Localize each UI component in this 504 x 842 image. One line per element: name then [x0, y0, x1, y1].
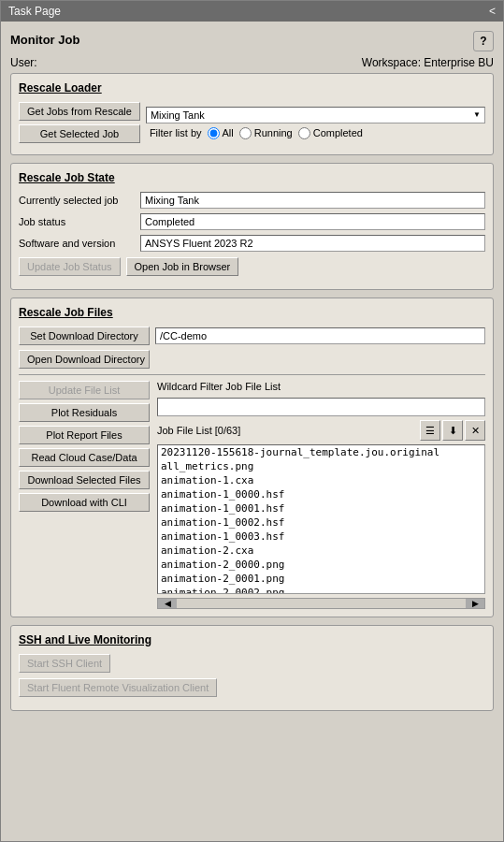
- list-item[interactable]: animation-2_0000.png: [158, 558, 484, 572]
- job-status-value: Completed: [140, 213, 485, 230]
- select-all-icon[interactable]: ☰: [420, 420, 440, 441]
- rescale-job-state-title: Rescale Job State: [19, 171, 485, 184]
- currently-selected-row: Currently selected job Mixing Tank: [19, 192, 485, 209]
- ssh-buttons-row: Start SSH Client: [19, 654, 485, 673]
- open-job-browser-button[interactable]: Open Job in Browser: [126, 257, 239, 276]
- window-title: Task Page: [8, 5, 61, 18]
- open-download-dir-row: Open Download Directory: [19, 350, 485, 369]
- get-selected-job-button[interactable]: Get Selected Job: [19, 124, 140, 143]
- scroll-right-icon[interactable]: ▶: [466, 599, 484, 608]
- software-label: Software and version: [19, 238, 140, 249]
- download-dir-row: Set Download Directory /CC-demo: [19, 327, 485, 345]
- list-item[interactable]: all_metrics.png: [158, 459, 484, 473]
- ssh-panel: SSH and Live Monitoring Start SSH Client…: [10, 625, 494, 711]
- filelist-header: Job File List [0/63] ☰ ⬇ ✕: [157, 420, 485, 441]
- rescale-job-state-panel: Rescale Job State Currently selected job…: [10, 163, 494, 290]
- filter-running-label[interactable]: Running: [239, 127, 293, 139]
- filelist-icon-buttons: ☰ ⬇ ✕: [420, 420, 485, 441]
- filter-completed-label[interactable]: Completed: [298, 127, 363, 139]
- files-divider: [19, 374, 485, 375]
- file-list-box[interactable]: 20231120-155618-journal_template.jou.ori…: [157, 444, 485, 594]
- rescale-job-files-title: Rescale Job Files: [19, 306, 485, 319]
- currently-selected-value: Mixing Tank: [140, 192, 485, 209]
- currently-selected-label: Currently selected job: [19, 195, 140, 206]
- selected-job-value: Mixing Tank: [151, 109, 205, 121]
- workspace-label: Workspace: Enterprise BU: [362, 56, 494, 69]
- main-window: Task Page < Monitor Job ? User: Workspac…: [0, 0, 504, 842]
- filter-all-text: All: [223, 127, 234, 138]
- fluent-button-row: Start Fluent Remote Visualization Client: [19, 678, 485, 697]
- get-jobs-button[interactable]: Get Jobs from Rescale: [19, 102, 140, 121]
- rescale-job-files-panel: Rescale Job Files Set Download Directory…: [10, 298, 494, 617]
- download-cli-button[interactable]: Download with CLI: [19, 493, 150, 512]
- list-item[interactable]: animation-1_0000.hsf: [158, 487, 484, 501]
- filter-completed-radio[interactable]: [298, 127, 310, 139]
- filter-completed-text: Completed: [313, 127, 363, 138]
- list-item[interactable]: 20231120-155618-journal_template.jou.ori…: [158, 445, 484, 459]
- start-ssh-button: Start SSH Client: [19, 654, 110, 673]
- update-job-status-button: Update Job Status: [19, 257, 121, 276]
- files-main-area: Update File List Plot Residuals Plot Rep…: [19, 381, 485, 609]
- open-download-dir-button[interactable]: Open Download Directory: [19, 350, 150, 369]
- title-bar: Task Page <: [1, 1, 503, 22]
- download-selected-button[interactable]: Download Selected Files: [19, 471, 150, 489]
- files-right-area: Wildcard Filter Job File List Job File L…: [157, 381, 485, 609]
- rescale-loader-panel: Rescale Loader Get Jobs from Rescale Get…: [10, 73, 494, 155]
- software-row: Software and version ANSYS Fluent 2023 R…: [19, 235, 485, 252]
- filelist-label: Job File List [0/63]: [157, 425, 240, 436]
- read-cloud-button[interactable]: Read Cloud Case/Data: [19, 448, 150, 467]
- filter-running-text: Running: [254, 127, 293, 138]
- list-item[interactable]: animation-1_0003.hsf: [158, 530, 484, 544]
- list-item[interactable]: animation-2.cxa: [158, 544, 484, 558]
- wildcard-label: Wildcard Filter Job File List: [157, 381, 485, 392]
- help-button[interactable]: ?: [473, 31, 494, 51]
- start-fluent-button: Start Fluent Remote Visualization Client: [19, 678, 217, 697]
- files-left-buttons: Update File List Plot Residuals Plot Rep…: [19, 381, 150, 609]
- set-download-dir-button[interactable]: Set Download Directory: [19, 327, 150, 345]
- user-workspace-row: User: Workspace: Enterprise BU: [10, 56, 494, 69]
- list-item[interactable]: animation-1_0002.hsf: [158, 515, 484, 530]
- select-filtered-icon[interactable]: ⬇: [442, 420, 463, 441]
- filter-row: Filter list by All Running Completed: [150, 127, 485, 139]
- update-file-list-button: Update File List: [19, 381, 150, 399]
- list-item[interactable]: animation-1.cxa: [158, 473, 484, 487]
- filter-all-radio[interactable]: [208, 127, 220, 139]
- filter-running-radio[interactable]: [239, 127, 252, 139]
- plot-report-files-button[interactable]: Plot Report Files: [19, 426, 150, 444]
- scroll-left-icon[interactable]: ◀: [158, 599, 177, 608]
- software-value: ANSYS Fluent 2023 R2: [140, 235, 485, 252]
- deselect-icon[interactable]: ✕: [465, 420, 485, 441]
- download-dir-value: /CC-demo: [155, 327, 485, 344]
- dropdown-arrow-icon: ▼: [473, 110, 481, 119]
- job-select-dropdown[interactable]: Mixing Tank ▼: [146, 107, 485, 123]
- plot-residuals-button[interactable]: Plot Residuals: [19, 403, 150, 422]
- page-title: Monitor Job: [10, 33, 79, 47]
- filter-label: Filter list by: [150, 127, 202, 138]
- job-status-row: Job status Completed: [19, 213, 485, 230]
- job-status-label: Job status: [19, 216, 140, 227]
- help-icon: ?: [480, 35, 486, 48]
- wildcard-input[interactable]: [157, 398, 485, 416]
- filter-all-label[interactable]: All: [208, 127, 234, 139]
- scroll-track: [177, 599, 466, 608]
- rescale-loader-title: Rescale Loader: [19, 81, 485, 94]
- horizontal-scrollbar[interactable]: ◀ ▶: [157, 598, 485, 609]
- collapse-icon[interactable]: <: [489, 5, 496, 18]
- list-item[interactable]: animation-2_0001.png: [158, 572, 484, 586]
- user-label: User:: [10, 56, 37, 69]
- list-item[interactable]: animation-1_0001.hsf: [158, 501, 484, 515]
- ssh-section-title: SSH and Live Monitoring: [19, 633, 485, 646]
- list-item[interactable]: animation-2_0002.png: [158, 586, 484, 594]
